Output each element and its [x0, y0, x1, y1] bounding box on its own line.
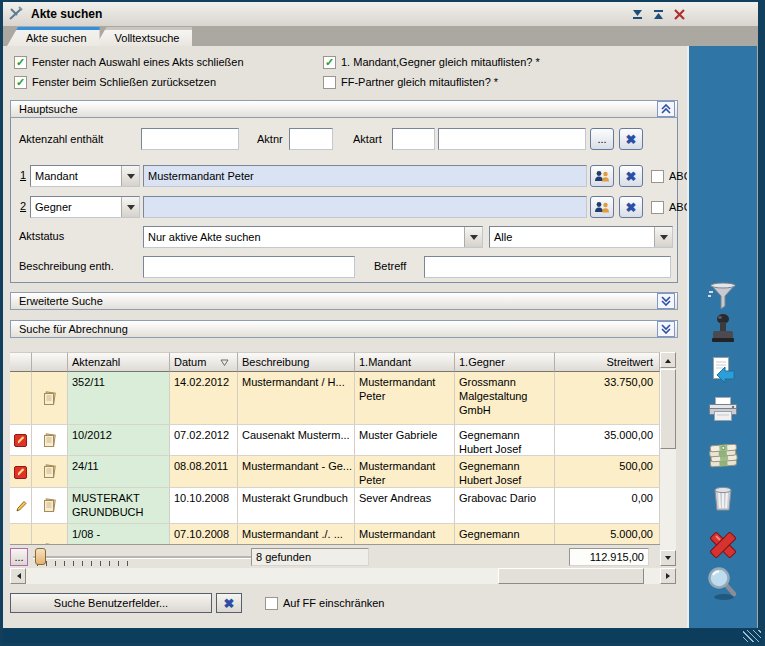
result-count-box: 8 gefunden — [251, 548, 369, 566]
cell-beschreibung: Musterakt Grundbuch — [238, 488, 355, 523]
button-label: Suche Benutzerfelder... — [54, 597, 168, 609]
cancel-red-x-icon[interactable] — [706, 528, 740, 564]
aktart-clear-button[interactable]: ✖ — [619, 128, 643, 150]
checkbox-icon — [265, 597, 278, 610]
section-header-erweiterte-suche[interactable]: Erweiterte Suche — [10, 292, 678, 310]
arrow-right-icon — [666, 573, 673, 579]
tab-akte-suchen[interactable]: Akte suchen — [7, 27, 100, 46]
combobox-arrow-icon[interactable] — [654, 227, 672, 247]
tab-page: Fenster nach Auswahl eines Akts schließe… — [3, 46, 758, 628]
party2-person-search-button[interactable] — [590, 196, 614, 218]
party1-type-combobox[interactable]: Mandant — [30, 165, 140, 187]
checkbox-reset-on-close[interactable]: Fenster beim Schließen zurücksetzen — [14, 75, 216, 89]
scroll-down-button[interactable] — [660, 550, 676, 566]
benutzerfelder-clear-button[interactable]: ✖ — [216, 593, 242, 613]
scrollbar-thumb[interactable] — [660, 369, 676, 449]
aktart-text-input[interactable] — [438, 128, 586, 150]
checkbox-mandant-gegner-mitauflisten[interactable]: 1. Mandant,Gegner gleich mitauflisten? * — [323, 55, 540, 69]
aktart-code-input[interactable] — [392, 128, 435, 150]
printer-icon[interactable] — [706, 396, 740, 426]
row-size-button[interactable]: ... — [10, 548, 28, 566]
header-streitwert[interactable]: Streitwert — [555, 352, 660, 372]
close-button[interactable] — [672, 7, 686, 21]
tabstrip: Akte suchen Volltextsuche — [3, 26, 758, 46]
resize-grip[interactable] — [743, 630, 761, 642]
persons-icon — [594, 201, 610, 213]
scroll-left-button[interactable] — [10, 568, 26, 584]
expand-chevron-icon[interactable] — [657, 321, 675, 337]
cell-mandant: Mustermandant Peter — [355, 456, 455, 487]
header-beschreibung[interactable]: Beschreibung — [238, 352, 355, 372]
horizontal-scrollbar[interactable] — [10, 568, 676, 584]
note-cell — [32, 372, 68, 424]
combobox-arrow-icon[interactable] — [464, 227, 482, 247]
party2-name-input[interactable] — [143, 196, 587, 218]
scrollbar-thumb[interactable] — [498, 568, 644, 584]
search-magnifier-icon[interactable] — [706, 566, 740, 604]
party1-name-input[interactable] — [143, 165, 587, 187]
section-title: Hauptsuche — [19, 103, 78, 115]
party1-clear-button[interactable]: ✖ — [619, 165, 643, 187]
party1-person-search-button[interactable] — [590, 165, 614, 187]
party2-type-combobox[interactable]: Gegner — [30, 196, 140, 218]
row-height-slider-thumb[interactable] — [35, 548, 46, 565]
checkbox-icon — [323, 76, 336, 89]
cell-beschreibung: Mustermandant ./. ... — [238, 524, 355, 545]
header-edit-col[interactable] — [10, 352, 32, 372]
suche-benutzerfelder-button[interactable]: Suche Benutzerfelder... — [10, 593, 212, 613]
slider-ticks — [37, 561, 133, 566]
checkbox-close-after-select[interactable]: Fenster nach Auswahl eines Akts schließe… — [14, 55, 244, 69]
roll-down-button[interactable] — [630, 7, 644, 21]
cell-datum: 07.10.2008 — [170, 524, 238, 545]
app-icon — [8, 6, 24, 22]
edit-cell — [10, 488, 32, 523]
checkbox-ff-partner-mitauflisten[interactable]: FF-Partner gleich mitauflisten? * — [323, 75, 498, 89]
vertical-scrollbar[interactable] — [660, 352, 676, 566]
header-gegner[interactable]: 1.Gegner — [455, 352, 555, 372]
cell-aktenzahl: 24/11 — [68, 456, 170, 487]
checkbox-auf-ff-einschraenken[interactable]: Auf FF einschränken — [265, 596, 385, 610]
note-icon — [42, 464, 57, 479]
checkbox-label: Fenster beim Schließen zurücksetzen — [32, 76, 216, 88]
combobox-arrow-icon[interactable] — [121, 197, 139, 217]
scroll-right-button[interactable] — [660, 568, 676, 584]
table-row[interactable]: 352/11 14.02.2012 Mustermandant / H... M… — [10, 372, 660, 425]
scroll-up-button[interactable] — [660, 352, 676, 368]
table-row[interactable]: 10/2012 07.02.2012 Causenakt Musterm... … — [10, 425, 660, 456]
aktstatus-combobox[interactable]: Nur aktive Akte suchen — [143, 226, 483, 248]
aktenzahl-input[interactable] — [141, 128, 239, 150]
table-row[interactable]: MUSTERAKT GRUNDBUCH 10.10.2008 Musterakt… — [10, 488, 660, 524]
money-stack-icon[interactable] — [707, 444, 739, 472]
betreff-input[interactable] — [424, 256, 671, 278]
header-mandant[interactable]: 1.Mandant — [355, 352, 455, 372]
section-header-hauptsuche[interactable]: Hauptsuche — [10, 100, 678, 118]
note-icon — [42, 433, 57, 448]
beschreibung-input[interactable] — [143, 256, 355, 278]
aktart-browse-button[interactable]: ... — [590, 128, 614, 150]
table-row[interactable]: 24/11 08.08.2011 Mustermandant - Ge... M… — [10, 456, 660, 488]
checkbox-label: Auf FF einschränken — [283, 597, 385, 609]
table-row[interactable]: 1/08 - MUSTERAKT 07.10.2008 Mustermandan… — [10, 524, 660, 545]
combobox-arrow-icon[interactable] — [121, 166, 139, 186]
stamp-icon[interactable] — [709, 312, 737, 348]
party2-clear-button[interactable]: ✖ — [619, 196, 643, 218]
filter-funnel-icon[interactable] — [707, 280, 739, 314]
note-icon — [42, 391, 57, 406]
checkbox-icon — [14, 56, 27, 69]
tab-volltextsuche[interactable]: Volltextsuche — [96, 27, 193, 46]
trash-icon[interactable] — [710, 482, 736, 516]
header-note-col[interactable] — [32, 352, 68, 372]
document-export-icon[interactable] — [710, 356, 736, 388]
section-header-suche-abrechnung[interactable]: Suche für Abrechnung — [10, 320, 678, 338]
row-height-slider-track[interactable] — [33, 556, 253, 559]
header-aktenzahl[interactable]: Aktenzahl — [68, 352, 170, 372]
roll-up-button[interactable] — [651, 7, 665, 21]
aktnr-input[interactable] — [289, 128, 333, 150]
aktstatus-filter-combobox[interactable]: Alle — [489, 226, 673, 248]
checkbox-label: 1. Mandant,Gegner gleich mitauflisten? * — [341, 56, 540, 68]
combobox-value: Gegner — [35, 201, 72, 213]
header-datum[interactable]: Datum — [170, 352, 238, 372]
tab-label: Volltextsuche — [115, 32, 180, 44]
expand-chevron-icon[interactable] — [657, 293, 675, 309]
collapse-chevron-icon[interactable] — [657, 101, 675, 117]
